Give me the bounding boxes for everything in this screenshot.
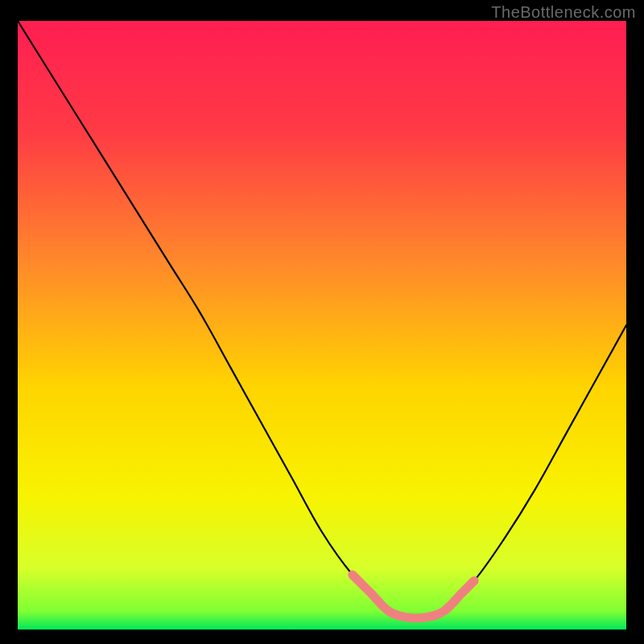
plot-area: [18, 21, 626, 630]
gradient-background: [18, 21, 626, 630]
watermark-label: TheBottleneck.com: [491, 3, 636, 22]
chart-frame: TheBottleneck.com: [0, 0, 644, 644]
chart-svg: [18, 21, 626, 630]
